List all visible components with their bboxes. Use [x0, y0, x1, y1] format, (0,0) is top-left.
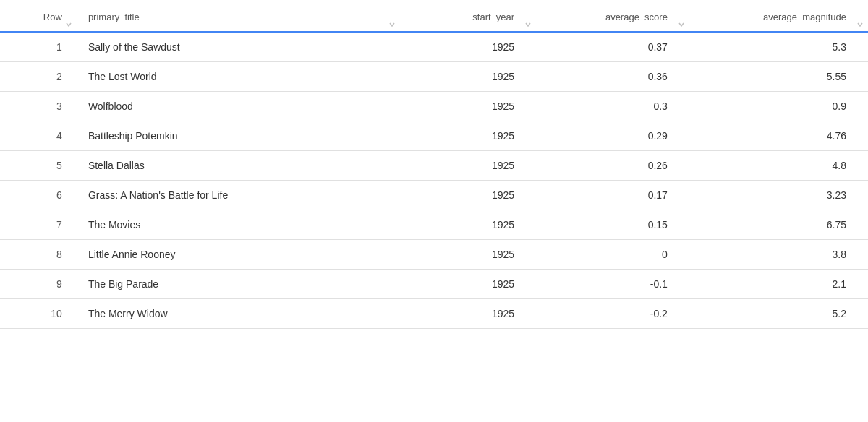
data-table: Rowprimary_titlestart_yearaverage_scorea… [0, 3, 868, 329]
cell-primary_title: Stella Dallas [77, 151, 400, 181]
cell-average_score: 0.26 [536, 151, 689, 181]
table-row: 6Grass: A Nation's Battle for Life19250.… [0, 181, 868, 210]
cell-average_score: 0 [536, 240, 689, 270]
cell-primary_title: Little Annie Rooney [77, 240, 400, 270]
cell-start_year: 1925 [400, 240, 536, 270]
cell-average_magnitude: 3.8 [689, 240, 868, 270]
sort-icon-primary_title [388, 20, 396, 27]
cell-start_year: 1925 [400, 210, 536, 240]
table-row: 3Wolfblood19250.30.9 [0, 92, 868, 121]
sort-icon-average_magnitude [856, 20, 864, 27]
table-row: 2The Lost World19250.365.55 [0, 62, 868, 92]
cell-average_score: -0.1 [536, 270, 689, 299]
table-row: 5Stella Dallas19250.264.8 [0, 151, 868, 181]
col-header-row[interactable]: Row [0, 3, 77, 32]
cell-row: 3 [0, 92, 77, 121]
sort-icon-average_score [678, 20, 685, 27]
cell-row: 5 [0, 151, 77, 181]
cell-start_year: 1925 [400, 32, 536, 62]
cell-average_magnitude: 5.3 [689, 32, 868, 62]
cell-row: 9 [0, 270, 77, 299]
cell-average_score: 0.29 [536, 121, 689, 151]
cell-row: 2 [0, 62, 77, 92]
cell-primary_title: The Merry Widow [77, 299, 400, 329]
col-header-start_year[interactable]: start_year [400, 3, 536, 32]
table-row: 1Sally of the Sawdust19250.375.3 [0, 32, 868, 62]
cell-average_score: 0.17 [536, 181, 689, 210]
cell-primary_title: Sally of the Sawdust [77, 32, 400, 62]
sort-icon-row [65, 20, 72, 27]
table-header-row: Rowprimary_titlestart_yearaverage_scorea… [0, 3, 868, 32]
sort-icon-start_year [524, 20, 532, 27]
cell-row: 1 [0, 32, 77, 62]
cell-start_year: 1925 [400, 270, 536, 299]
cell-primary_title: Wolfblood [77, 92, 400, 121]
cell-average_magnitude: 2.1 [689, 270, 868, 299]
cell-start_year: 1925 [400, 151, 536, 181]
col-header-average_magnitude[interactable]: average_magnitude [689, 3, 868, 32]
cell-start_year: 1925 [400, 299, 536, 329]
table-container: Rowprimary_titlestart_yearaverage_scorea… [0, 0, 868, 422]
table-row: 8Little Annie Rooney192503.8 [0, 240, 868, 270]
cell-primary_title: The Big Parade [77, 270, 400, 299]
cell-average_magnitude: 6.75 [689, 210, 868, 240]
cell-average_magnitude: 5.55 [689, 62, 868, 92]
cell-start_year: 1925 [400, 62, 536, 92]
col-header-average_score[interactable]: average_score [536, 3, 689, 32]
cell-primary_title: The Lost World [77, 62, 400, 92]
cell-average_score: -0.2 [536, 299, 689, 329]
table-row: 7The Movies19250.156.75 [0, 210, 868, 240]
cell-primary_title: The Movies [77, 210, 400, 240]
cell-average_score: 0.37 [536, 32, 689, 62]
cell-row: 8 [0, 240, 77, 270]
cell-average_score: 0.3 [536, 92, 689, 121]
table-row: 10The Merry Widow1925-0.25.2 [0, 299, 868, 329]
table-row: 4Battleship Potemkin19250.294.76 [0, 121, 868, 151]
cell-average_score: 0.15 [536, 210, 689, 240]
col-header-primary_title[interactable]: primary_title [77, 3, 400, 32]
cell-average_magnitude: 4.76 [689, 121, 868, 151]
cell-row: 6 [0, 181, 77, 210]
cell-average_magnitude: 3.23 [689, 181, 868, 210]
cell-row: 7 [0, 210, 77, 240]
cell-primary_title: Grass: A Nation's Battle for Life [77, 181, 400, 210]
cell-start_year: 1925 [400, 181, 536, 210]
cell-primary_title: Battleship Potemkin [77, 121, 400, 151]
table-row: 9The Big Parade1925-0.12.1 [0, 270, 868, 299]
cell-average_magnitude: 0.9 [689, 92, 868, 121]
cell-average_score: 0.36 [536, 62, 689, 92]
cell-start_year: 1925 [400, 92, 536, 121]
cell-average_magnitude: 4.8 [689, 151, 868, 181]
cell-average_magnitude: 5.2 [689, 299, 868, 329]
cell-row: 4 [0, 121, 77, 151]
cell-start_year: 1925 [400, 121, 536, 151]
cell-row: 10 [0, 299, 77, 329]
